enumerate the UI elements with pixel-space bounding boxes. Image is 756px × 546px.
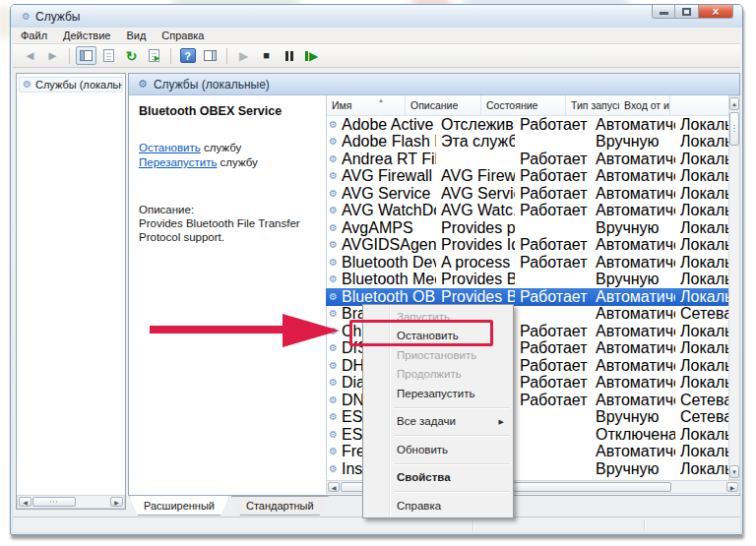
menu-bar-item[interactable]: Действие [55, 29, 118, 42]
tree-horizontal-scrollbar[interactable]: ◀ ▶ [17, 495, 125, 509]
service-action-link[interactable]: Перезапустить [139, 156, 217, 168]
column-header[interactable]: Имя [327, 95, 406, 115]
service-name: Bluetooth Device ... [342, 254, 436, 272]
service-gear-icon: ⚙ [329, 395, 338, 405]
service-name: AvgAMPS [342, 219, 413, 237]
console-tree-icon [80, 50, 93, 61]
service-name: AVG Firewall [342, 167, 432, 185]
table-row[interactable]: ⚙Andrea RT Filters ... Работает Автомати… [326, 151, 728, 168]
table-row[interactable]: ⚙AVG WatchDog AVG Watc... Работает Автом… [326, 203, 728, 220]
cell-status: Работает [515, 116, 591, 134]
cell-startup-type: Вручную [591, 219, 675, 237]
context-menu-item[interactable]: ▶ [363, 431, 513, 440]
service-gear-icon: ⚙ [329, 361, 338, 371]
context-menu-item-label: Все задачи [397, 415, 456, 427]
scroll-down-icon[interactable]: ▼ [729, 465, 739, 478]
cell-logon-as: Локальн [675, 151, 728, 168]
maximize-button[interactable] [675, 5, 699, 19]
service-action-suffix: службу [201, 142, 241, 153]
refresh-button[interactable]: ↻ [121, 46, 142, 65]
cell-logon-as: Локальн [675, 202, 728, 219]
cell-logon-as: Локальн [675, 443, 728, 460]
service-gear-icon: ⚙ [329, 258, 338, 268]
table-row[interactable]: ⚙Bluetooth Media S... Provides Bl... Вру… [326, 272, 728, 289]
statusbar-divider [472, 520, 473, 531]
red-arrow-head [283, 314, 340, 347]
context-menu-item[interactable]: Приостановить ▶ [363, 345, 513, 365]
table-row[interactable]: ⚙Adobe Flash Playe... Эта служб... Вручн… [326, 134, 728, 152]
menu-bar-item[interactable]: Файл [13, 29, 55, 42]
context-menu-item[interactable]: Обновить ▶ [363, 440, 513, 459]
status-bar [13, 516, 740, 532]
list-vertical-scrollbar[interactable]: ▲ ▼ [728, 95, 740, 480]
column-header[interactable]: Описание [406, 95, 481, 115]
sort-ascending-icon: ▲ [378, 97, 384, 103]
back-button[interactable]: ◄ [20, 46, 40, 65]
cell-startup-type: Автоматиче... [591, 357, 675, 375]
pause-service-button[interactable] [279, 46, 299, 65]
help-button[interactable]: ? [177, 46, 198, 65]
scrollbar-thumb[interactable] [32, 497, 76, 507]
minimize-button[interactable] [652, 5, 675, 19]
cell-logon-as: Локальн [675, 133, 728, 151]
desktop-background-blur [0, 6, 10, 39]
column-header[interactable]: Состояние [481, 95, 566, 115]
services-node-icon: ⚙ [23, 80, 32, 90]
column-header[interactable]: Тип запуска [566, 95, 619, 115]
context-menu-item[interactable]: Продолжить ▶ [363, 365, 513, 385]
restart-service-button[interactable]: ▶ [301, 46, 322, 65]
scroll-left-icon[interactable]: ◀ [19, 497, 32, 507]
context-menu-item[interactable]: ▶ [363, 403, 513, 412]
properties-button[interactable] [98, 46, 119, 65]
description-label: Описание: [139, 203, 316, 216]
action-pane-toggle-button[interactable] [200, 46, 220, 65]
table-row[interactable]: ⚙AVGIDSAgent Provides Id... Работает Авт… [326, 237, 728, 255]
context-menu-item[interactable]: Справка ▶ [363, 496, 513, 516]
menu-bar-item[interactable]: Справка [154, 29, 212, 42]
close-button[interactable]: × [699, 5, 733, 19]
stop-service-button[interactable]: ■ [256, 46, 277, 65]
table-row[interactable]: ⚙Bluetooth OBEX S... Provides Bl... Рабо… [326, 288, 728, 306]
context-menu-item[interactable]: ▶ [363, 487, 513, 496]
start-service-icon: ▶ [239, 50, 248, 62]
cell-startup-type: Автоматиче... [591, 167, 675, 185]
table-row[interactable]: ⚙Adobe Active File ... Отслежив... Работ… [326, 116, 728, 134]
service-gear-icon: ⚙ [329, 378, 338, 388]
cell-status: Работает [515, 254, 591, 272]
cell-logon-as: Локальн [675, 339, 728, 357]
scroll-right-icon[interactable]: ▶ [726, 482, 738, 492]
view-tab[interactable]: Стандартный [231, 496, 329, 516]
document-icon [103, 49, 114, 62]
menu-bar-item[interactable]: Вид [118, 29, 154, 42]
scrollbar-thumb[interactable] [729, 112, 739, 146]
view-tab[interactable]: Расширенный [129, 496, 229, 516]
cell-logon-as: Локальн [675, 374, 728, 392]
cell-logon-as: Локальн [675, 323, 728, 340]
title-bar[interactable]: ⚙ Службы [11, 5, 742, 28]
context-menu-item[interactable]: Все задачи ▶ [363, 412, 513, 432]
console-tree-toggle-button[interactable] [76, 46, 96, 65]
list-header-row: ИмяОписаниеСостояниеТип запускаВход от и [327, 95, 728, 116]
start-service-button[interactable]: ▶ [233, 46, 254, 65]
cell-logon-as: Локальн [675, 236, 728, 254]
scroll-left-icon[interactable]: ◀ [328, 482, 340, 492]
export-list-button[interactable]: ► [144, 46, 164, 65]
table-row[interactable]: ⚙AvgAMPS Provides pr... Вручную Локальн [326, 219, 728, 237]
cell-logon-as: Локальн [675, 426, 728, 444]
context-menu-item[interactable]: Свойства ▶ [363, 468, 513, 488]
table-row[interactable]: ⚙AVG Firewall AVG Firew... Работает Авто… [326, 168, 728, 186]
service-action-link[interactable]: Остановить [139, 142, 201, 153]
column-header[interactable]: Вход от и [619, 95, 670, 115]
cell-description: Эта служб... [436, 133, 515, 151]
service-name: Adobe Flash Playe... [342, 133, 436, 151]
tree-item-services-local[interactable]: ⚙ Службы (локальные) [19, 77, 123, 92]
scroll-right-icon[interactable]: ▶ [110, 497, 123, 507]
context-menu-item[interactable]: Перезапустить ▶ [363, 384, 513, 403]
scroll-up-icon[interactable]: ▲ [729, 97, 739, 110]
cell-status: Работает [515, 392, 591, 409]
context-menu-item[interactable]: ▶ [363, 459, 513, 468]
toolbar-separator [170, 48, 171, 64]
forward-button[interactable]: ► [42, 46, 63, 65]
table-row[interactable]: ⚙AVG Service AVG Service Работает Автома… [326, 185, 728, 203]
table-row[interactable]: ⚙Bluetooth Device ... A process t... Раб… [326, 254, 728, 272]
